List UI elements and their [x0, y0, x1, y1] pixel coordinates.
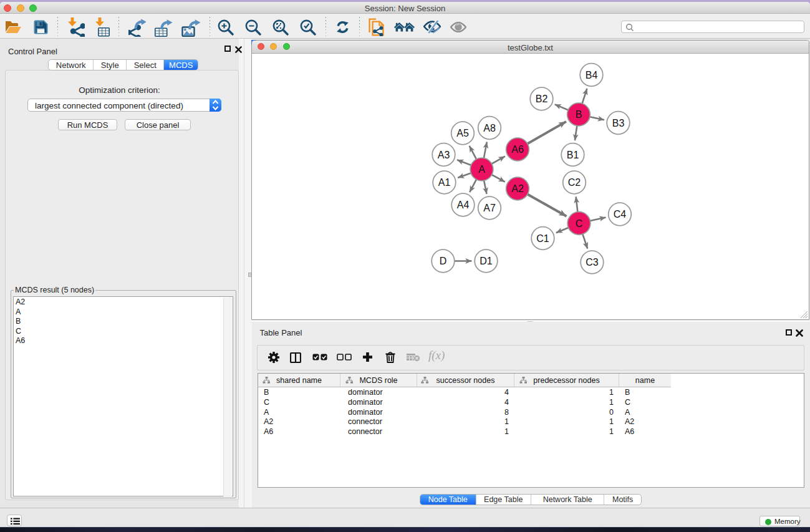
svg-text:A4: A4	[456, 200, 469, 210]
svg-text:C3: C3	[586, 257, 599, 268]
svg-text:B1: B1	[566, 149, 579, 160]
svg-text:A8: A8	[483, 122, 496, 133]
svg-text:B4: B4	[585, 69, 597, 80]
svg-text:A7: A7	[483, 203, 496, 213]
svg-text:B3: B3	[612, 117, 624, 128]
svg-text:C2: C2	[567, 177, 581, 188]
svg-text:C1: C1	[536, 233, 549, 243]
svg-text:B: B	[575, 109, 582, 120]
svg-text:D: D	[439, 256, 446, 266]
svg-text:A: A	[478, 164, 485, 175]
svg-text:A2: A2	[511, 183, 524, 194]
svg-text:A6: A6	[511, 144, 524, 155]
svg-text:A5: A5	[456, 128, 469, 138]
svg-text:C4: C4	[613, 209, 626, 220]
svg-text:C: C	[575, 218, 582, 228]
svg-text:A1: A1	[438, 177, 450, 188]
svg-text:D1: D1	[480, 256, 493, 266]
svg-text:A3: A3	[437, 149, 450, 160]
svg-text:B2: B2	[535, 94, 547, 104]
